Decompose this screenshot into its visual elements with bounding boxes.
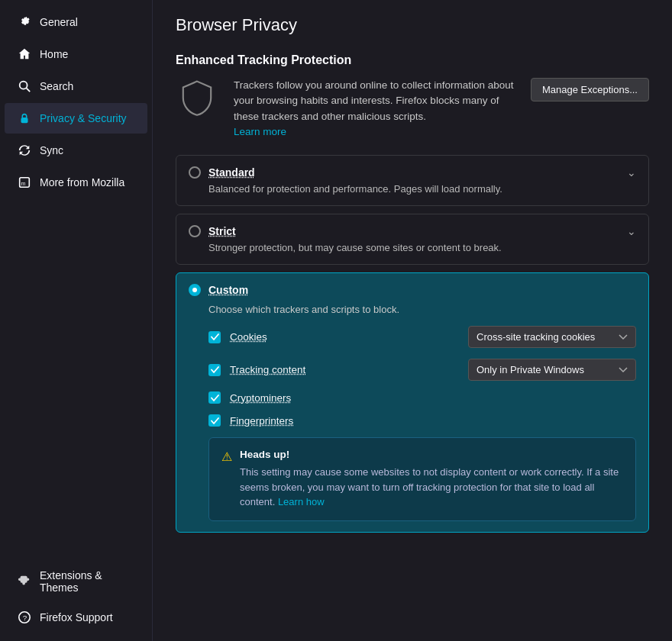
chevron-standard-icon: ⌄ (627, 166, 636, 179)
headsup-text: This setting may cause some websites to … (240, 465, 623, 510)
option-standard[interactable]: Standard ⌄ Balanced for protection and p… (176, 155, 649, 206)
search-icon (17, 79, 32, 94)
svg-line-1 (27, 89, 31, 92)
sidebar-item-general[interactable]: General (5, 7, 147, 37)
option-custom-label: Custom (208, 284, 248, 296)
option-strict-label: Strict (208, 225, 236, 237)
sidebar-item-extensions[interactable]: Extensions & Themes (5, 562, 147, 601)
custom-content: Choose which trackers and scripts to blo… (189, 304, 636, 521)
option-standard-label: Standard (208, 166, 255, 179)
sidebar-item-privacy-label: Privacy & Security (40, 112, 127, 124)
sidebar-item-sync-label: Sync (40, 144, 63, 156)
fingerprinters-label: Fingerprinters (230, 415, 636, 427)
radio-standard[interactable] (189, 166, 201, 179)
mozilla-icon: m (17, 175, 32, 190)
tracking-row: Tracking content Only in Private Windows… (208, 359, 636, 381)
sidebar-item-general-label: General (40, 16, 78, 28)
chevron-strict-icon: ⌄ (627, 225, 636, 237)
home-icon (17, 47, 32, 62)
etp-description: Trackers follow you around online to col… (234, 78, 515, 140)
shield-icon (176, 78, 218, 121)
tracking-checkbox[interactable] (208, 364, 221, 376)
puzzle-icon (17, 574, 32, 589)
learn-how-link[interactable]: Learn how (278, 496, 325, 507)
cryptominers-checkbox[interactable] (208, 391, 221, 404)
option-standard-desc: Balanced for protection and performance.… (189, 183, 636, 195)
sidebar-item-support[interactable]: ? Firefox Support (5, 602, 147, 633)
option-strict-desc: Stronger protection, but may cause some … (189, 242, 636, 253)
sidebar-item-sync[interactable]: Sync (5, 135, 147, 166)
fingerprinters-row: Fingerprinters (208, 414, 636, 427)
lock-icon (17, 111, 32, 126)
svg-text:m: m (21, 180, 26, 187)
sidebar-item-mozilla-label: More from Mozilla (40, 176, 124, 188)
svg-rect-2 (21, 118, 28, 123)
tracking-dropdown[interactable]: Only in Private WindowsIn all windows (468, 359, 636, 381)
gear-icon (17, 14, 32, 30)
page-title: Browser Privacy (176, 15, 649, 35)
cryptominers-label: Cryptominers (230, 392, 636, 404)
cookies-label: Cookies (230, 331, 459, 343)
sidebar-item-support-label: Firefox Support (40, 611, 113, 623)
option-strict[interactable]: Strict ⌄ Stronger protection, but may ca… (176, 214, 649, 265)
manage-exceptions-button[interactable]: Manage Exceptions... (531, 78, 649, 101)
option-custom[interactable]: Custom Choose which trackers and scripts… (176, 272, 649, 533)
radio-custom[interactable] (189, 284, 201, 296)
cryptominers-row: Cryptominers (208, 391, 636, 404)
etp-intro: Trackers follow you around online to col… (176, 78, 649, 140)
help-icon: ? (17, 610, 32, 625)
tracking-label: Tracking content (230, 364, 459, 375)
section-title: Enhanced Tracking Protection (176, 53, 649, 67)
sidebar-item-home[interactable]: Home (5, 39, 147, 69)
radio-strict[interactable] (189, 225, 201, 237)
sidebar-item-extensions-label: Extensions & Themes (40, 569, 135, 594)
custom-desc: Choose which trackers and scripts to blo… (208, 304, 636, 315)
headsup-title: Heads up! (240, 449, 623, 460)
sync-icon (17, 143, 32, 158)
cookies-row: Cookies Cross-site tracking cookiesAll t… (208, 326, 636, 348)
sidebar-item-home-label: Home (40, 48, 68, 60)
fingerprinters-checkbox[interactable] (208, 414, 221, 427)
sidebar-item-search-label: Search (40, 80, 73, 92)
cookies-checkbox[interactable] (208, 331, 221, 343)
sidebar-item-mozilla[interactable]: m More from Mozilla (5, 167, 147, 198)
headsup-box: ⚠ Heads up! This setting may cause some … (208, 437, 636, 521)
warning-icon: ⚠ (221, 449, 232, 464)
sidebar-item-search[interactable]: Search (5, 71, 147, 101)
sidebar-item-privacy[interactable]: Privacy & Security (5, 103, 147, 134)
sidebar: General Home Search Privacy & Security S… (0, 0, 153, 641)
cookies-dropdown[interactable]: Cross-site tracking cookiesAll third-par… (468, 326, 636, 348)
learn-more-link[interactable]: Learn more (234, 126, 286, 137)
main-content: Browser Privacy Enhanced Tracking Protec… (153, 0, 672, 641)
svg-point-0 (20, 82, 27, 89)
svg-text:?: ? (23, 614, 27, 622)
